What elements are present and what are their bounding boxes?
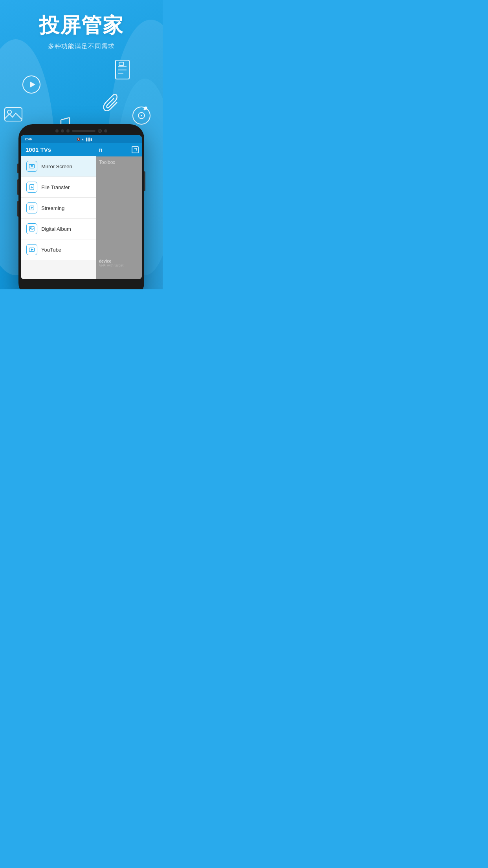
right-header: n <box>96 143 142 156</box>
menu-panel: 2:46 🔇 ▲ ▐▐ ▮ 1001 TVs <box>21 135 96 279</box>
digital-album-label: Digital Album <box>41 226 71 232</box>
status-bar: 2:46 🔇 ▲ ▐▐ ▮ <box>21 135 96 143</box>
expand-icon[interactable] <box>132 146 139 153</box>
camera-dot-far <box>104 129 107 132</box>
right-header-n: n <box>99 147 132 153</box>
streaming-label: Streaming <box>41 205 64 211</box>
silent-button <box>17 201 18 217</box>
svg-point-18 <box>145 107 147 109</box>
front-camera <box>98 129 102 133</box>
device-sub-label: Vi-Fi with target <box>99 263 142 267</box>
background: 投屏管家 多种功能满足不同需求 <box>0 0 163 289</box>
svg-point-20 <box>31 166 33 167</box>
volume-up-button <box>17 164 18 173</box>
phone-mockup: 2:46 🔇 ▲ ▐▐ ▮ 1001 TVs <box>18 124 144 289</box>
disc-icon <box>132 106 151 127</box>
svg-marker-26 <box>31 249 33 250</box>
paperclip-icon <box>103 94 119 115</box>
svg-marker-1 <box>30 81 35 88</box>
youtube-label: YouTube <box>41 247 61 253</box>
main-title: 投屏管家 <box>0 12 163 39</box>
file-transfer-label: File Transfer <box>41 184 70 190</box>
wifi-icon: ▲ <box>81 138 84 141</box>
power-button <box>144 171 145 191</box>
document-icon <box>114 59 131 82</box>
menu-item-streaming[interactable]: Streaming <box>21 198 96 219</box>
svg-point-16 <box>141 115 142 116</box>
device-label: device <box>99 259 142 263</box>
phone-screen: 2:46 🔇 ▲ ▐▐ ▮ 1001 TVs <box>21 135 142 279</box>
menu-item-digital-album[interactable]: Digital Album <box>21 219 96 239</box>
play-circle-icon <box>22 75 41 96</box>
status-icons: 🔇 ▲ ▐▐ ▮ <box>77 138 92 141</box>
mute-icon: 🔇 <box>77 138 81 141</box>
app-title: 1001 TVs <box>21 143 96 156</box>
youtube-icon <box>26 244 37 255</box>
volume-down-button <box>17 179 18 195</box>
speaker-bar <box>72 130 95 132</box>
menu-item-file-transfer[interactable]: File Transfer <box>21 177 96 198</box>
phone-frame: 2:46 🔇 ▲ ▐▐ ▮ 1001 TVs <box>18 124 144 289</box>
svg-rect-6 <box>119 62 124 65</box>
phone-top-bar <box>21 129 142 133</box>
menu-item-youtube[interactable]: YouTube <box>21 239 96 260</box>
menu-item-mirror-screen[interactable]: Mirror Screen <box>21 156 96 177</box>
svg-point-8 <box>7 110 11 114</box>
right-panel: n Toolbox device Vi-Fi with target <box>96 135 142 279</box>
camera-dot-left <box>55 129 59 132</box>
svg-rect-7 <box>5 108 22 121</box>
header-section: 投屏管家 多种功能满足不同需求 <box>0 12 163 51</box>
camera-dot-center <box>61 129 64 132</box>
camera-dot-right <box>66 129 70 132</box>
device-info: device Vi-Fi with target <box>99 259 142 267</box>
battery-icon: ▮ <box>90 138 92 141</box>
mirror-screen-icon <box>26 161 37 172</box>
file-transfer-icon <box>26 182 37 193</box>
photo-icon <box>4 106 23 124</box>
streaming-icon <box>26 202 37 213</box>
mirror-screen-label: Mirror Screen <box>41 164 72 169</box>
right-status-bar <box>96 135 142 143</box>
svg-line-10 <box>61 118 70 120</box>
sub-title: 多种功能满足不同需求 <box>0 42 163 51</box>
signal-icon: ▐▐ <box>85 138 90 141</box>
digital-album-icon <box>26 223 37 234</box>
toolbox-label: Toolbox <box>99 160 139 165</box>
status-time: 2:46 <box>25 137 32 141</box>
